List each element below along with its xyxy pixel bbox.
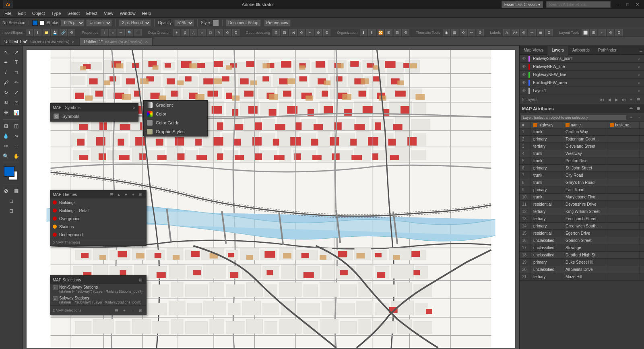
table-row[interactable]: 19 primary Duke Street Hill [520, 259, 644, 266]
map-symbols-close[interactable]: ✕ [132, 105, 136, 110]
tb-btn-5[interactable]: 🔗 [60, 29, 67, 36]
rotate-tool[interactable]: ↻ [1, 88, 11, 97]
layers-nav-prev[interactable]: ◀ [606, 96, 613, 103]
attr-add-icon[interactable]: + [628, 114, 634, 121]
theme-underground[interactable]: Underground [50, 231, 146, 239]
tb-btn-32[interactable]: ⚙ [402, 29, 409, 36]
right-panel-menu[interactable]: ☰ [638, 47, 644, 54]
selection-tool[interactable]: ↖ [1, 47, 11, 57]
tb-btn-11[interactable]: ⬛ [134, 29, 142, 36]
tb-btn-16[interactable]: □ [207, 29, 214, 36]
menu-window[interactable]: Window [117, 10, 138, 17]
fill-color-swatch[interactable] [4, 166, 14, 177]
tab-close-2[interactable]: ✕ [145, 40, 148, 44]
brush-select[interactable]: 3 pt. Round [119, 19, 151, 27]
table-row[interactable]: 15 residential Egerton Drive [520, 230, 644, 237]
tb-btn-45[interactable]: ⊞ [590, 29, 597, 36]
table-row[interactable]: 4 trunk Westway [520, 150, 644, 157]
layer-lock-1[interactable]: ○ [638, 56, 642, 61]
search-input[interactable] [546, 1, 611, 8]
hand-tool[interactable]: ✋ [12, 151, 21, 161]
theme-overground[interactable]: Overground [50, 215, 146, 223]
tb-btn-41[interactable]: ✏ [528, 29, 536, 36]
menu-color[interactable]: Color [144, 109, 207, 118]
layer-vis-4[interactable]: 👁 [521, 81, 527, 85]
stroke-swatch[interactable] [39, 20, 45, 26]
tb-btn-17[interactable]: ✎ [215, 29, 223, 36]
tb-btn-22[interactable]: ⋈ [289, 29, 297, 36]
layer-railway-new[interactable]: 👁 RailwayNEW_line ○ [520, 63, 644, 71]
selection-subway[interactable]: Σ Subway Stations (station = "subway") (… [50, 295, 146, 306]
menu-type[interactable]: Type [49, 10, 64, 17]
table-row[interactable]: 12 tertiary King William Street [520, 208, 644, 215]
attr-del-icon[interactable]: - [636, 114, 642, 121]
symbols-item[interactable]: ⬡ Symbols [50, 112, 138, 121]
tb-btn-10[interactable]: 🔍 [126, 29, 133, 36]
tb-btn-19[interactable]: ⚙ [232, 29, 239, 36]
doc-tab-2[interactable]: Untitled-1* 63.48% (RGB/Preview) ✕ [79, 37, 153, 45]
table-row[interactable]: 3 tertiary Cleveland Street [520, 143, 644, 150]
fill-swatch[interactable] [32, 20, 38, 26]
tab-layers[interactable]: Layers [548, 46, 568, 55]
tb-btn-21[interactable]: ⊟ [281, 29, 288, 36]
sel-del-icon[interactable]: - [129, 307, 136, 314]
themes-list-icon[interactable]: ☰ [108, 191, 115, 198]
table-row[interactable]: 1 trunk Grafton Way [520, 128, 644, 136]
warp-tool[interactable]: ≋ [1, 98, 11, 107]
pen-tool[interactable]: ✒ [1, 58, 11, 67]
tb-btn-38[interactable]: A [503, 29, 510, 36]
table-row[interactable]: 8 trunk Gray's Inn Road [520, 179, 644, 186]
tb-btn-18[interactable]: ⟲ [224, 29, 231, 36]
menu-edit[interactable]: Edit [15, 10, 29, 17]
tb-btn-48[interactable]: ⚙ [615, 29, 623, 36]
table-row[interactable]: 16 unclassified Gonson Street [520, 237, 644, 244]
col-highway[interactable]: highway [531, 122, 563, 128]
menu-object[interactable]: Object [29, 10, 48, 17]
mesh-tool[interactable]: ⊞ [1, 121, 11, 131]
layers-menu[interactable]: ☰ [635, 96, 642, 103]
layers-nav-first[interactable]: ⏮ [599, 96, 605, 103]
scissors-tool[interactable]: ✂ [1, 141, 11, 151]
tb-btn-24[interactable]: ✂ [306, 29, 314, 36]
col-name[interactable]: name [563, 122, 607, 128]
selection-non-subway[interactable]: Σ Non-Subway Stations (station != "subwa… [50, 284, 146, 295]
tb-btn-2[interactable]: ⬇ [34, 29, 41, 36]
layer-highway-new[interactable]: 👁 HighwayNEW_line ○ [520, 71, 644, 79]
theme-buildings[interactable]: Buildings [50, 198, 146, 207]
tb-btn-6[interactable]: ⚙ [68, 29, 75, 36]
opacity-select[interactable]: 51% [174, 19, 194, 27]
gradient-tool[interactable]: ◫ [12, 121, 21, 131]
themes-remove-icon[interactable]: ⊞ [137, 191, 144, 198]
doc-tab-1[interactable]: Untitled-1.ai* 130.88% (RGB/Preview) ✕ [0, 37, 79, 45]
menu-effect[interactable]: Effect [83, 10, 100, 17]
layer-selector[interactable]: Layer: (select an object to see selectio… [521, 115, 626, 120]
layer-vis-5[interactable]: 👁 [521, 89, 527, 93]
table-row[interactable]: 11 residential Devonshire Drive [520, 201, 644, 208]
tb-btn-27[interactable]: ⬆ [360, 29, 367, 36]
tb-btn-12[interactable]: + [173, 29, 180, 36]
layer-railway-stations[interactable]: 👁 RailwayStations_point ○ [520, 55, 644, 63]
tb-btn-1[interactable]: ⬆ [26, 29, 33, 36]
style-swatch[interactable] [213, 20, 219, 26]
tb-btn-3[interactable]: 📁 [43, 29, 50, 36]
sel-add-icon[interactable]: + [121, 307, 128, 314]
tb-btn-28[interactable]: ⬇ [368, 29, 376, 36]
document-setup-button[interactable]: Document Setup [226, 19, 261, 27]
tb-btn-36[interactable]: ✏ [468, 29, 475, 36]
menu-select[interactable]: Select [64, 10, 83, 17]
tb-btn-14[interactable]: △ [190, 29, 197, 36]
maximize-button[interactable]: □ [625, 2, 631, 7]
symbol-tool[interactable]: ❋ [1, 108, 11, 118]
tb-btn-23[interactable]: ⟲ [298, 29, 305, 36]
free-transform-tool[interactable]: ⊡ [12, 98, 21, 107]
themes-add-icon[interactable]: + [130, 191, 136, 198]
table-row[interactable]: 7 trunk City Road [520, 172, 644, 179]
paintbrush-tool[interactable]: 🖌 [1, 78, 11, 87]
eyedropper-tool[interactable]: 💧 [1, 131, 11, 141]
preferences-button[interactable]: Preferences [264, 19, 291, 27]
tb-btn-40[interactable]: ⟲ [520, 29, 527, 36]
scale-tool[interactable]: ⤢ [12, 88, 21, 97]
themes-up-icon[interactable]: ▲ [116, 191, 122, 198]
layers-add[interactable]: + [628, 96, 634, 103]
layer-lock-3[interactable]: ○ [638, 72, 642, 77]
